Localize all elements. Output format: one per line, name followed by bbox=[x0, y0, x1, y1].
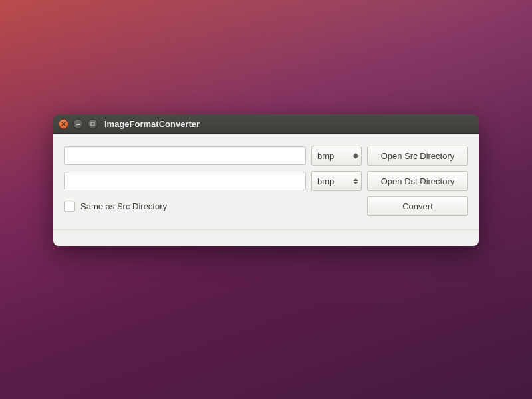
options-row: Same as Src Directory Convert bbox=[64, 196, 468, 216]
dst-format-value: bmp bbox=[317, 176, 334, 186]
dst-format-select[interactable]: bmp bbox=[311, 171, 362, 191]
dst-directory-input[interactable] bbox=[64, 172, 306, 190]
titlebar: ImageFormatConverter bbox=[53, 114, 479, 134]
src-directory-input[interactable] bbox=[64, 146, 306, 165]
svg-rect-0 bbox=[91, 122, 94, 126]
window-title: ImageFormatConverter bbox=[104, 119, 200, 129]
convert-button[interactable]: Convert bbox=[367, 196, 468, 216]
open-src-directory-button[interactable]: Open Src Directory bbox=[367, 146, 468, 166]
close-icon[interactable] bbox=[59, 119, 68, 129]
minimize-icon[interactable] bbox=[73, 119, 83, 129]
src-format-value: bmp bbox=[317, 151, 334, 161]
src-format-select[interactable]: bmp bbox=[311, 146, 362, 166]
checkbox-icon[interactable] bbox=[64, 201, 75, 212]
window-client-area: bmp Open Src Directory bmp bbox=[53, 134, 479, 246]
desktop-wallpaper: ImageFormatConverter bmp Open Src Direct… bbox=[0, 0, 532, 399]
dst-row: bmp Open Dst Directory bbox=[64, 171, 468, 191]
window-controls bbox=[59, 119, 98, 129]
spinner-icon bbox=[353, 178, 358, 184]
spinner-icon bbox=[353, 153, 358, 159]
app-window: ImageFormatConverter bmp Open Src Direct… bbox=[53, 114, 479, 246]
maximize-icon[interactable] bbox=[88, 119, 98, 129]
same-as-src-checkbox-wrap[interactable]: Same as Src Directory bbox=[64, 201, 167, 212]
checkbox-label: Same as Src Directory bbox=[80, 201, 167, 211]
open-dst-directory-button[interactable]: Open Dst Directory bbox=[367, 171, 468, 191]
button-label: Open Src Directory bbox=[381, 151, 455, 161]
button-label: Open Dst Directory bbox=[381, 176, 455, 186]
src-row: bmp Open Src Directory bbox=[64, 146, 468, 166]
button-label: Convert bbox=[402, 201, 433, 211]
statusbar bbox=[64, 230, 468, 239]
